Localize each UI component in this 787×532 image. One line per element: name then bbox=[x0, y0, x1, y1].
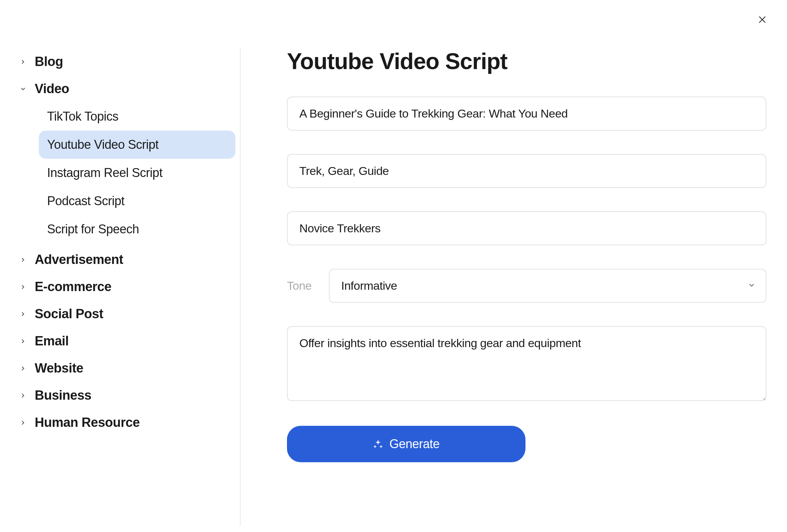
chevron-right-icon bbox=[19, 283, 27, 291]
sidebar: Blog Video TikTok Topics Youtube Video S… bbox=[0, 48, 241, 532]
category-label: Business bbox=[35, 388, 91, 403]
sidebar-item-instagram-reel-script[interactable]: Instagram Reel Script bbox=[39, 159, 235, 187]
chevron-right-icon bbox=[19, 364, 27, 373]
tone-select-wrapper: Informative bbox=[329, 269, 766, 303]
video-subcategory-list: TikTok Topics Youtube Video Script Insta… bbox=[19, 102, 235, 243]
sidebar-category-ecommerce[interactable]: E-commerce bbox=[19, 273, 235, 300]
tone-row: Tone Informative bbox=[287, 269, 766, 303]
category-label: Blog bbox=[35, 54, 63, 69]
sidebar-category-advertisement[interactable]: Advertisement bbox=[19, 246, 235, 273]
category-label: E-commerce bbox=[35, 279, 111, 294]
sidebar-item-youtube-video-script[interactable]: Youtube Video Script bbox=[39, 131, 235, 159]
keywords-field bbox=[287, 154, 766, 188]
close-button[interactable] bbox=[755, 12, 770, 27]
generate-button[interactable]: Generate bbox=[287, 426, 525, 462]
chevron-right-icon bbox=[19, 419, 27, 427]
category-label: Video bbox=[35, 81, 69, 96]
sparkle-icon bbox=[373, 439, 383, 449]
sidebar-divider bbox=[240, 48, 241, 526]
category-label: Human Resource bbox=[35, 415, 140, 430]
sidebar-category-human-resource[interactable]: Human Resource bbox=[19, 409, 235, 436]
chevron-right-icon bbox=[19, 337, 27, 345]
tone-label: Tone bbox=[287, 279, 312, 292]
sidebar-item-script-for-speech[interactable]: Script for Speech bbox=[39, 215, 235, 243]
category-label: Social Post bbox=[35, 307, 103, 321]
category-label: Advertisement bbox=[35, 252, 123, 267]
tone-select[interactable]: Informative bbox=[329, 269, 766, 303]
chevron-right-icon bbox=[19, 310, 27, 318]
title-field bbox=[287, 97, 766, 131]
sidebar-category-email[interactable]: Email bbox=[19, 328, 235, 355]
close-icon bbox=[757, 15, 767, 24]
description-input[interactable] bbox=[287, 326, 766, 401]
audience-input[interactable] bbox=[287, 211, 766, 245]
chevron-right-icon bbox=[19, 58, 27, 66]
chevron-right-icon bbox=[19, 256, 27, 264]
title-input[interactable] bbox=[287, 97, 766, 131]
audience-field bbox=[287, 211, 766, 245]
chevron-down-icon bbox=[19, 85, 27, 93]
generate-button-label: Generate bbox=[389, 437, 440, 451]
page-title: Youtube Video Script bbox=[287, 48, 766, 74]
keywords-input[interactable] bbox=[287, 154, 766, 188]
category-label: Email bbox=[35, 334, 69, 348]
main-content: Youtube Video Script Tone Informative bbox=[241, 48, 787, 532]
sidebar-category-social-post[interactable]: Social Post bbox=[19, 300, 235, 328]
sidebar-item-podcast-script[interactable]: Podcast Script bbox=[39, 187, 235, 215]
sidebar-item-tiktok-topics[interactable]: TikTok Topics bbox=[39, 102, 235, 131]
main-container: Blog Video TikTok Topics Youtube Video S… bbox=[0, 0, 787, 532]
category-label: Website bbox=[35, 361, 84, 376]
sidebar-category-video[interactable]: Video bbox=[19, 75, 235, 102]
sidebar-category-blog[interactable]: Blog bbox=[19, 48, 235, 75]
sidebar-category-website[interactable]: Website bbox=[19, 355, 235, 382]
chevron-right-icon bbox=[19, 391, 27, 400]
sidebar-category-business[interactable]: Business bbox=[19, 382, 235, 409]
description-field bbox=[287, 326, 766, 402]
